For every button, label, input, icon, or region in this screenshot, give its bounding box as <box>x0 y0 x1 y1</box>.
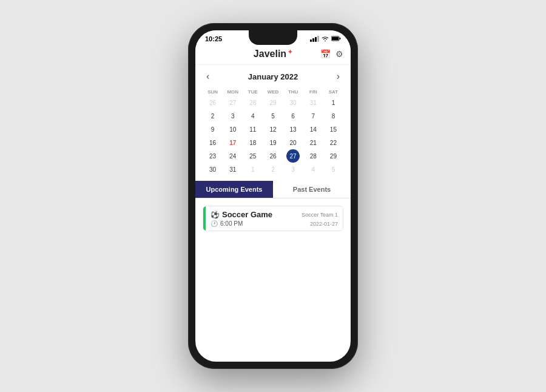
event-title: Soccer Game <box>222 210 272 219</box>
app-header: Javelin ✦ 📅 ⚙ <box>195 45 351 65</box>
event-top-row: ⚽ Soccer Game Soccer Team 1 <box>211 210 338 219</box>
app-name-text: Javelin <box>254 49 286 59</box>
cal-day[interactable]: 8 <box>326 109 340 123</box>
event-time-row: 🕐 6:00 PM 2022-01-27 <box>211 220 338 227</box>
cal-day[interactable]: 14 <box>306 123 320 136</box>
cal-day[interactable]: 1 <box>326 96 340 109</box>
cal-day[interactable]: 10 <box>226 123 240 136</box>
cal-day[interactable]: 27 <box>226 96 240 109</box>
event-item[interactable]: ⚽ Soccer Game Soccer Team 1 🕐 6:00 PM 20… <box>203 206 343 231</box>
cal-day[interactable]: 5 <box>266 109 280 123</box>
phone-notch <box>249 30 297 45</box>
cal-day[interactable]: 2 <box>206 109 220 123</box>
svg-rect-2 <box>340 38 341 39</box>
status-icons <box>310 35 341 42</box>
calendar-week-1: 26 27 28 29 30 31 1 <box>203 96 343 109</box>
event-tabs: Upcoming Events Past Events <box>195 181 351 198</box>
calendar-nav: ‹ January 2022 › <box>203 70 343 83</box>
settings-icon[interactable]: ⚙ <box>335 49 343 59</box>
event-name-row: ⚽ Soccer Game <box>211 210 272 219</box>
cal-day[interactable]: 3 <box>286 163 300 176</box>
cal-day[interactable]: 24 <box>226 149 240 163</box>
cal-day[interactable]: 16 <box>206 136 220 149</box>
cal-day[interactable]: 9 <box>206 123 220 136</box>
dow-sat: SAT <box>323 88 343 96</box>
cal-day[interactable]: 23 <box>206 149 220 163</box>
cal-day[interactable]: 15 <box>326 123 340 136</box>
event-clock-icon: 🕐 <box>211 220 218 227</box>
svg-rect-1 <box>332 37 339 40</box>
calendar-week-4: 16 17 18 19 20 21 22 <box>203 136 343 149</box>
signal-icon <box>310 36 319 42</box>
cal-day[interactable]: 11 <box>246 123 260 136</box>
events-list: ⚽ Soccer Game Soccer Team 1 🕐 6:00 PM 20… <box>195 198 351 362</box>
cal-day[interactable]: 13 <box>286 123 300 136</box>
dow-sun: SUN <box>203 88 223 96</box>
battery-icon <box>331 36 341 42</box>
calendar-week-3: 9 10 11 12 13 14 15 <box>203 123 343 136</box>
tab-past[interactable]: Past Events <box>273 181 351 198</box>
app-logo-star: ✦ <box>288 49 292 55</box>
dow-wed: WED <box>263 88 283 96</box>
dow-fri: FRI <box>303 88 323 96</box>
calendar-section: ‹ January 2022 › SUN MON TUE WED THU FRI… <box>195 65 351 178</box>
prev-month-button[interactable]: ‹ <box>203 70 213 83</box>
next-month-button[interactable]: › <box>333 70 343 83</box>
event-time-inner: 🕐 6:00 PM <box>211 220 243 227</box>
calendar-week-2: 2 3 4 5 6 7 8 <box>203 109 343 123</box>
phone-screen: 10:25 <box>195 30 351 362</box>
calendar-grid: SUN MON TUE WED THU FRI SAT 26 27 28 29 … <box>203 88 343 176</box>
event-team: Soccer Team 1 <box>302 212 338 218</box>
event-time: 6:00 PM <box>220 220 243 227</box>
calendar-header-row: SUN MON TUE WED THU FRI SAT <box>203 88 343 96</box>
cal-day[interactable]: 31 <box>306 96 320 109</box>
cal-day[interactable]: 28 <box>306 149 320 163</box>
tab-upcoming[interactable]: Upcoming Events <box>195 181 273 198</box>
cal-day[interactable]: 29 <box>326 149 340 163</box>
phone-frame: 10:25 <box>188 23 358 369</box>
cal-day[interactable]: 22 <box>326 136 340 149</box>
event-date: 2022-01-27 <box>310 221 338 227</box>
cal-day[interactable]: 30 <box>206 163 220 176</box>
cal-day[interactable]: 26 <box>266 149 280 163</box>
cal-day[interactable]: 31 <box>226 163 240 176</box>
status-time: 10:25 <box>205 35 222 42</box>
cal-day[interactable]: 2 <box>266 163 280 176</box>
cal-day[interactable]: 26 <box>206 96 220 109</box>
cal-day[interactable]: 6 <box>286 109 300 123</box>
month-label: January 2022 <box>248 72 298 81</box>
calendar-week-6: 30 31 1 2 3 4 5 <box>203 163 343 176</box>
cal-day[interactable]: 20 <box>286 136 300 149</box>
calendar-icon[interactable]: 📅 <box>320 49 331 59</box>
cal-day[interactable]: 7 <box>306 109 320 123</box>
dow-tue: TUE <box>243 88 263 96</box>
cal-day-highlighted[interactable]: 17 <box>226 136 240 149</box>
header-actions: 📅 ⚙ <box>320 49 343 59</box>
event-sport-icon: ⚽ <box>211 211 220 219</box>
app-title: Javelin ✦ <box>254 49 292 59</box>
dow-mon: MON <box>223 88 243 96</box>
cal-day[interactable]: 4 <box>246 109 260 123</box>
cal-day[interactable]: 18 <box>246 136 260 149</box>
cal-day[interactable]: 19 <box>266 136 280 149</box>
calendar-week-5: 23 24 25 26 27 28 29 <box>203 149 343 163</box>
cal-day[interactable]: 3 <box>226 109 240 123</box>
event-content: ⚽ Soccer Game Soccer Team 1 🕐 6:00 PM 20… <box>206 206 343 231</box>
cal-day[interactable]: 5 <box>326 163 340 176</box>
cal-day[interactable]: 30 <box>286 96 300 109</box>
cal-day[interactable]: 21 <box>306 136 320 149</box>
cal-day[interactable]: 25 <box>246 149 260 163</box>
cal-day[interactable]: 29 <box>266 96 280 109</box>
cal-day[interactable]: 28 <box>246 96 260 109</box>
cal-day[interactable]: 1 <box>246 163 260 176</box>
cal-day[interactable]: 12 <box>266 123 280 136</box>
wifi-icon <box>322 35 329 42</box>
cal-day-selected[interactable]: 27 <box>286 149 300 163</box>
dow-thu: THU <box>283 88 303 96</box>
cal-day[interactable]: 4 <box>306 163 320 176</box>
